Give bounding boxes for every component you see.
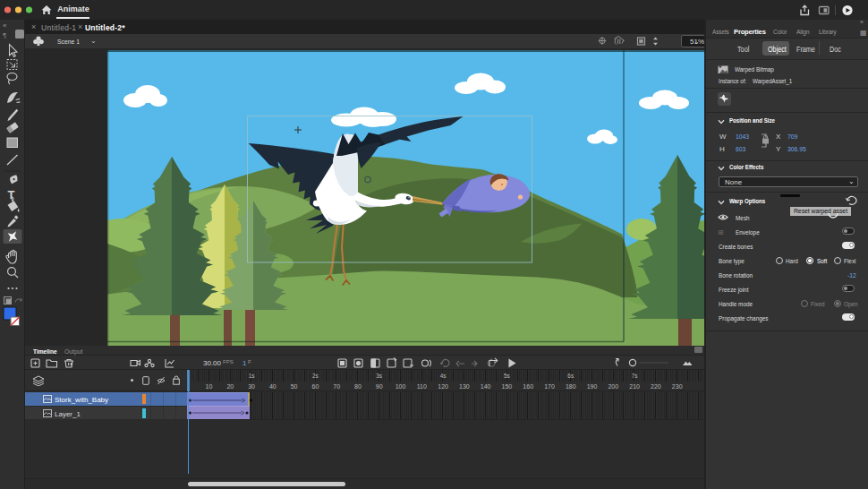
svg-text:210: 210 bbox=[629, 383, 640, 390]
svg-text:3s: 3s bbox=[376, 373, 383, 379]
svg-text:60: 60 bbox=[312, 383, 319, 390]
svg-text:220: 220 bbox=[651, 383, 661, 390]
svg-text:7s: 7s bbox=[632, 373, 639, 379]
svg-text:20: 20 bbox=[226, 383, 234, 390]
svg-text:1: 1 bbox=[243, 359, 247, 367]
svg-text:90: 90 bbox=[376, 383, 383, 390]
svg-text:120: 120 bbox=[438, 383, 448, 390]
svg-text:150: 150 bbox=[502, 383, 513, 390]
svg-text:40: 40 bbox=[269, 383, 277, 390]
svg-text:190: 190 bbox=[587, 383, 598, 390]
svg-text:160: 160 bbox=[523, 383, 533, 390]
svg-text:100: 100 bbox=[396, 383, 406, 390]
svg-text:10: 10 bbox=[206, 383, 213, 390]
svg-text:180: 180 bbox=[566, 383, 576, 390]
svg-text:200: 200 bbox=[608, 383, 618, 390]
svg-text:230: 230 bbox=[672, 383, 683, 390]
svg-text:5s: 5s bbox=[504, 373, 511, 379]
svg-text:FPS: FPS bbox=[223, 359, 234, 365]
svg-text:110: 110 bbox=[417, 383, 427, 390]
svg-text:4s: 4s bbox=[440, 373, 447, 379]
svg-text:140: 140 bbox=[481, 383, 491, 390]
svg-text:80: 80 bbox=[354, 383, 362, 390]
svg-text:2s: 2s bbox=[312, 373, 319, 379]
svg-text:30.00: 30.00 bbox=[203, 359, 222, 367]
svg-text:6s: 6s bbox=[567, 373, 574, 379]
svg-text:170: 170 bbox=[544, 383, 555, 390]
svg-text:70: 70 bbox=[333, 383, 340, 390]
svg-text:30: 30 bbox=[248, 383, 255, 390]
svg-text:1s: 1s bbox=[249, 373, 256, 379]
svg-text:130: 130 bbox=[459, 383, 470, 390]
svg-text:T: T bbox=[8, 188, 15, 202]
svg-text:F: F bbox=[248, 359, 251, 365]
svg-text:50: 50 bbox=[291, 383, 298, 390]
